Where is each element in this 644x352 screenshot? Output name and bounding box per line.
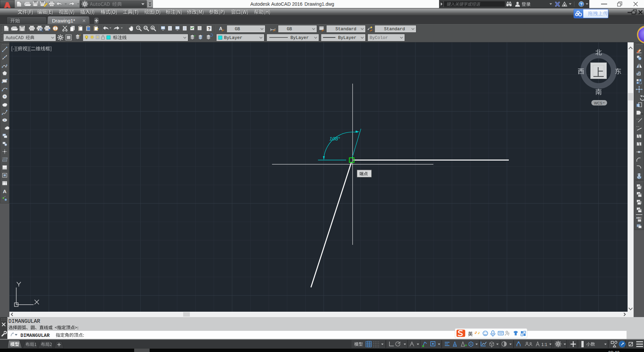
svg-text:?: ?	[580, 2, 582, 6]
svg-text:108°: 108°	[329, 136, 340, 141]
svg-text:ByColor: ByColor	[370, 35, 388, 40]
svg-text:ByLayer: ByLayer	[290, 35, 309, 40]
svg-text:GB: GB	[287, 27, 292, 32]
svg-text:A: A	[3, 188, 7, 194]
svg-text:Standard: Standard	[384, 27, 405, 32]
svg-text:ByLayer: ByLayer	[338, 35, 357, 40]
svg-text:WCS: WCS	[594, 101, 602, 105]
svg-text:Drawing1.dwg: Drawing1.dwg	[305, 1, 334, 7]
svg-text:DIMANGULAR: DIMANGULAR	[8, 318, 40, 324]
svg-text:A: A	[219, 26, 222, 31]
svg-text:Autodesk AutoCAD 2016: Autodesk AutoCAD 2016	[250, 1, 303, 7]
svg-text:ABC: ABC	[636, 216, 642, 219]
svg-text:ByLayer: ByLayer	[224, 35, 243, 40]
svg-text:DIMANGULAR: DIMANGULAR	[20, 333, 50, 338]
svg-text:1:1: 1:1	[541, 342, 547, 347]
svg-text:20:43: 20:43	[608, 350, 620, 352]
svg-text:Standard: Standard	[335, 27, 356, 32]
svg-text:Drawing1*: Drawing1*	[52, 18, 75, 24]
svg-text:GB: GB	[235, 27, 240, 32]
svg-text:?: ?	[208, 26, 211, 31]
